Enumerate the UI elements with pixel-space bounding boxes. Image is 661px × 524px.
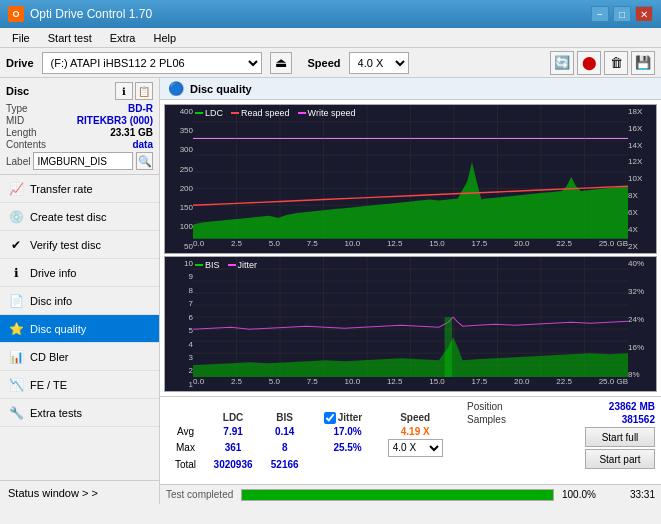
sidebar-item-disc-quality[interactable]: ⭐ Disc quality: [0, 315, 159, 343]
bottom-panel: LDC BIS Jitter Speed Avg: [160, 396, 661, 484]
ldc-chart: LDC Read speed Write speed 4003503002502…: [164, 104, 657, 254]
disc-header: Disc ℹ 📋: [6, 82, 153, 100]
sidebar-item-drive-info[interactable]: ℹ Drive info: [0, 259, 159, 287]
samples-row: Samples 381562: [467, 414, 655, 425]
disc-copy-icon[interactable]: 📋: [135, 82, 153, 100]
label-label: Label: [6, 156, 30, 167]
progress-bar-row: Test completed 100.0% 33:31: [160, 484, 661, 504]
menubar: File Start test Extra Help: [0, 28, 661, 48]
cd-bler-icon: 📊: [8, 349, 24, 365]
extra-tests-icon: 🔧: [8, 405, 24, 421]
avg-ldc: 7.91: [205, 426, 261, 437]
disc-info-label: Disc info: [30, 295, 72, 307]
start-full-button[interactable]: Start full: [585, 427, 655, 447]
close-button[interactable]: ✕: [635, 6, 653, 22]
progress-percent: 100.0%: [562, 489, 602, 500]
sidebar-item-transfer-rate[interactable]: 📈 Transfer rate: [0, 175, 159, 203]
start-full-row: Start full: [467, 427, 655, 447]
save-icon[interactable]: 💾: [631, 51, 655, 75]
write-speed-legend-label: Write speed: [308, 108, 356, 118]
disc-quality-header: 🔵 Disc quality: [160, 78, 661, 100]
stats-col-spacer: [308, 412, 318, 424]
eject-icon[interactable]: ⏏: [270, 52, 292, 74]
chart2-legend: BIS Jitter: [195, 260, 257, 270]
start-part-row: Start part: [467, 449, 655, 469]
bis-legend-item: BIS: [195, 260, 220, 270]
disc-info-icon[interactable]: ℹ: [115, 82, 133, 100]
sidebar-item-cd-bler[interactable]: 📊 CD Bler: [0, 343, 159, 371]
chart2-inner: [193, 257, 628, 377]
dq-header-icon: 🔵: [168, 81, 184, 96]
disc-info-nav-icon: 📄: [8, 293, 24, 309]
sidebar-item-extra-tests[interactable]: 🔧 Extra tests: [0, 399, 159, 427]
titlebar-buttons: − □ ✕: [591, 6, 653, 22]
menu-start-test[interactable]: Start test: [40, 30, 100, 46]
bis-legend-label: BIS: [205, 260, 220, 270]
progress-time: 33:31: [610, 489, 655, 500]
right-stats: Position 23862 MB Samples 381562 Start f…: [461, 397, 661, 484]
menu-extra[interactable]: Extra: [102, 30, 144, 46]
fe-te-label: FE / TE: [30, 379, 67, 391]
disc-quality-icon: ⭐: [8, 321, 24, 337]
menu-file[interactable]: File: [4, 30, 38, 46]
jitter-legend-label: Jitter: [238, 260, 258, 270]
label-input[interactable]: [33, 152, 133, 170]
disc-panel: Disc ℹ 📋 Type BD-R MID RITEKBR3 (000) Le…: [0, 78, 159, 175]
avg-label: Avg: [168, 426, 203, 437]
minimize-button[interactable]: −: [591, 6, 609, 22]
chart2-x-axis: 0.02.55.07.510.012.515.017.520.022.525.0…: [193, 377, 628, 391]
transfer-rate-label: Transfer rate: [30, 183, 93, 195]
sidebar-item-disc-info[interactable]: 📄 Disc info: [0, 287, 159, 315]
stats-section: LDC BIS Jitter Speed Avg: [160, 397, 461, 484]
read-speed-legend-label: Read speed: [241, 108, 290, 118]
chart1-x-axis: 0.02.55.07.510.012.515.017.520.022.525.0…: [193, 239, 628, 253]
sidebar-item-create-test-disc[interactable]: 💿 Create test disc: [0, 203, 159, 231]
disc-icons: ℹ 📋: [115, 82, 153, 100]
stats-max-row: Max 361 8 25.5% 4.0 X: [168, 439, 453, 457]
drive-info-label: Drive info: [30, 267, 76, 279]
cd-bler-label: CD Bler: [30, 351, 69, 363]
length-value: 23.31 GB: [110, 127, 153, 138]
samples-label: Samples: [467, 414, 506, 425]
progress-bar-inner: [242, 490, 553, 500]
ldc-legend-item: LDC: [195, 108, 223, 118]
max-bis: 8: [263, 439, 306, 457]
start-part-button[interactable]: Start part: [585, 449, 655, 469]
chart2-svg: [193, 257, 628, 377]
avg-bis: 0.14: [263, 426, 306, 437]
avg-jitter: 17.0%: [320, 426, 376, 437]
speed-label: Speed: [308, 57, 341, 69]
sidebar-item-fe-te[interactable]: 📉 FE / TE: [0, 371, 159, 399]
type-label: Type: [6, 103, 28, 114]
total-bis: 52166: [263, 459, 306, 470]
extra-tests-label: Extra tests: [30, 407, 82, 419]
jitter-checkbox[interactable]: [324, 412, 336, 424]
position-value: 23862 MB: [609, 401, 655, 412]
verify-test-disc-label: Verify test disc: [30, 239, 101, 251]
bis-jitter-chart: BIS Jitter 10987654321 40%32%24%16%8%: [164, 256, 657, 392]
status-window-btn[interactable]: Status window > >: [0, 480, 159, 504]
drive-action-icons: 🔄 ⬤ 🗑 💾: [550, 51, 655, 75]
label-browse-btn[interactable]: 🔍: [136, 152, 153, 170]
speed-select[interactable]: 4.0 X: [349, 52, 409, 74]
stats-col-empty: [168, 412, 203, 424]
record-icon[interactable]: ⬤: [577, 51, 601, 75]
total-label: Total: [168, 459, 203, 470]
mid-label: MID: [6, 115, 24, 126]
drive-select[interactable]: (F:) ATAPI iHBS112 2 PL06: [42, 52, 262, 74]
maximize-button[interactable]: □: [613, 6, 631, 22]
drivebar: Drive (F:) ATAPI iHBS112 2 PL06 ⏏ Speed …: [0, 48, 661, 78]
refresh-icon[interactable]: 🔄: [550, 51, 574, 75]
verify-test-disc-icon: ✔: [8, 237, 24, 253]
test-speed-select[interactable]: 4.0 X: [388, 439, 443, 457]
erase-icon[interactable]: 🗑: [604, 51, 628, 75]
sidebar: Disc ℹ 📋 Type BD-R MID RITEKBR3 (000) Le…: [0, 78, 160, 504]
stats-col-bis: BIS: [263, 412, 306, 424]
app-icon: O: [8, 6, 24, 22]
max-ldc: 361: [205, 439, 261, 457]
ldc-legend-label: LDC: [205, 108, 223, 118]
sidebar-item-verify-test-disc[interactable]: ✔ Verify test disc: [0, 231, 159, 259]
menu-help[interactable]: Help: [145, 30, 184, 46]
samples-value: 381562: [622, 414, 655, 425]
chart2-y-left: 10987654321: [165, 257, 193, 391]
